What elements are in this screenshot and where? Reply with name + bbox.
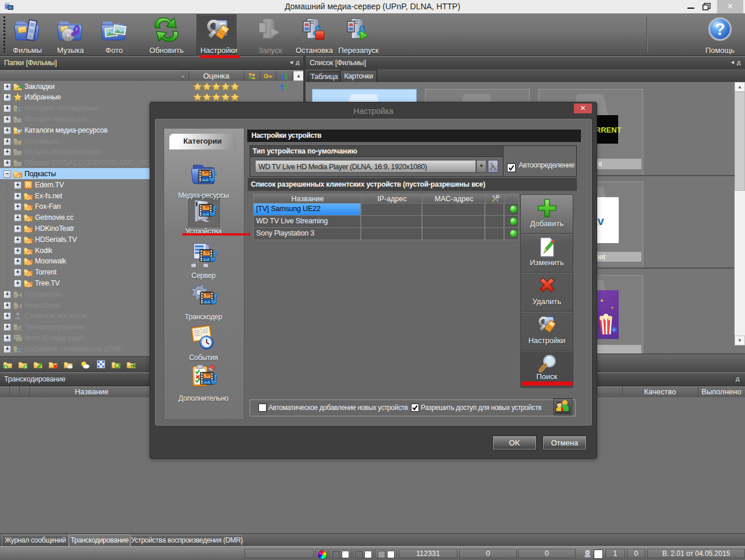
svg-text:?: ? (715, 20, 725, 38)
